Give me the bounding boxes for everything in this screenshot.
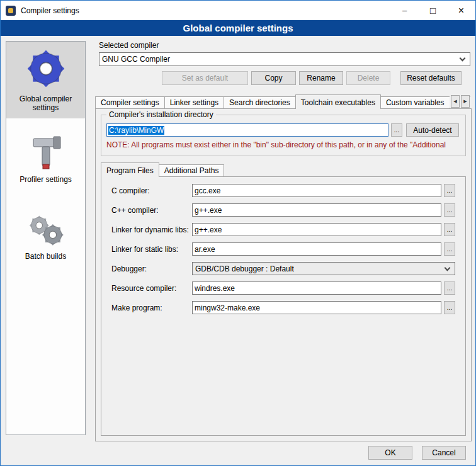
sidebar-item-label: Batch builds <box>6 251 85 262</box>
c-compiler-browse-button[interactable]: ... <box>444 184 455 197</box>
debugger-row: Debugger: GDB/CDB debugger : Default <box>111 262 455 275</box>
make-program-row: Make program: ... <box>111 301 455 314</box>
auto-detect-button[interactable]: Auto-detect <box>406 123 459 137</box>
make-program-label: Make program: <box>111 304 192 312</box>
installation-directory-input[interactable]: C:\raylib\MinGW <box>106 123 388 137</box>
make-program-input[interactable] <box>192 301 441 314</box>
installation-directory-browse-button[interactable]: ... <box>391 123 402 137</box>
cpp-compiler-label: C++ compiler: <box>111 206 192 215</box>
delete-button[interactable]: Delete <box>346 71 390 85</box>
cancel-button[interactable]: Cancel <box>422 446 466 460</box>
make-program-browse-button[interactable]: ... <box>444 301 455 314</box>
sidebar-item-label: Profiler settings <box>6 174 85 185</box>
compiler-settings-dialog: Compiler settings – □ × Global compiler … <box>0 0 476 466</box>
set-as-default-button[interactable]: Set as default <box>162 71 248 85</box>
maximize-button[interactable]: □ <box>419 1 447 20</box>
c-compiler-input[interactable] <box>192 184 441 197</box>
sidebar-item-batch-builds[interactable]: Batch builds <box>6 185 85 262</box>
resource-compiler-browse-button[interactable]: ... <box>444 281 455 295</box>
tab-scroll-left-button[interactable]: ◀ <box>451 95 460 108</box>
linker-static-label: Linker for static libs: <box>111 245 192 254</box>
sidebar-item-global-compiler-settings[interactable]: Global compiler settings <box>6 42 85 118</box>
titlebar: Compiler settings – □ × <box>1 1 475 20</box>
tab-compiler-settings[interactable]: Compiler settings <box>95 96 165 109</box>
resource-compiler-row: Resource compiler: ... <box>111 281 455 295</box>
toolchain-executables-panel: Compiler's installation directory C:\ray… <box>95 108 472 441</box>
linker-dynamic-input[interactable] <box>192 223 441 236</box>
settings-category-list: Global compiler settings Profiler settin… <box>6 41 86 435</box>
arrow-right-icon: ▶ <box>463 99 467 104</box>
debugger-dropdown[interactable]: GDB/CDB debugger : Default <box>192 262 455 275</box>
selected-compiler-value: GNU GCC Compiler <box>102 55 458 64</box>
debugger-value: GDB/CDB debugger : Default <box>195 264 443 273</box>
cpp-compiler-row: C++ compiler: ... <box>111 203 455 217</box>
gray-gears-icon <box>25 212 67 251</box>
subtab-program-files[interactable]: Program Files <box>101 162 159 177</box>
reset-defaults-button[interactable]: Reset defaults <box>400 71 462 85</box>
close-icon: × <box>458 5 464 16</box>
profiler-tool-icon <box>26 134 66 174</box>
selected-compiler-dropdown[interactable]: GNU GCC Compiler <box>99 52 470 66</box>
linker-dynamic-row: Linker for dynamic libs: ... <box>111 223 455 236</box>
compiler-action-buttons: Set as default Copy Rename Delete Reset … <box>162 71 462 85</box>
sidebar-item-label: Global compiler settings <box>6 93 85 113</box>
cpp-compiler-input[interactable] <box>192 203 441 217</box>
subtab-additional-paths[interactable]: Additional Paths <box>159 164 225 177</box>
linker-dynamic-label: Linker for dynamic libs: <box>111 225 192 234</box>
c-compiler-row: C compiler: ... <box>111 184 455 197</box>
linker-static-input[interactable] <box>192 242 441 256</box>
installation-directory-group: Compiler's installation directory C:\ray… <box>101 115 466 156</box>
program-files-panel: C compiler: ... C++ compiler: ... Linker… <box>101 176 466 436</box>
linker-static-row: Linker for static libs: ... <box>111 242 455 256</box>
linker-static-browse-button[interactable]: ... <box>444 242 455 256</box>
tab-linker-settings[interactable]: Linker settings <box>164 96 224 109</box>
bin-subdirectory-note: NOTE: All programs must exist either in … <box>106 140 465 149</box>
installation-directory-group-title: Compiler's installation directory <box>106 110 216 119</box>
tab-custom-variables[interactable]: Custom variables <box>380 96 450 109</box>
program-files-tabstrip: Program Files Additional Paths <box>101 163 224 177</box>
debugger-label: Debugger: <box>111 264 192 273</box>
blue-gear-icon <box>21 44 71 93</box>
installation-directory-value: C:\raylib\MinGW <box>108 126 164 135</box>
tab-search-directories[interactable]: Search directories <box>224 96 296 109</box>
ok-button[interactable]: OK <box>368 446 412 460</box>
chevron-down-icon <box>445 264 451 271</box>
maximize-icon: □ <box>430 5 436 16</box>
rename-button[interactable]: Rename <box>299 71 343 85</box>
copy-button[interactable]: Copy <box>251 71 296 85</box>
arrow-left-icon: ◀ <box>453 99 456 104</box>
minimize-icon: – <box>402 6 407 15</box>
selected-compiler-label: Selected compiler <box>99 41 159 50</box>
window-title: Compiler settings <box>21 6 79 15</box>
app-icon <box>6 6 16 16</box>
sidebar-item-profiler-settings[interactable]: Profiler settings <box>6 118 85 185</box>
dialog-header: Global compiler settings <box>1 20 475 36</box>
minimize-button[interactable]: – <box>390 1 419 20</box>
tab-scroll-controls: ◀ ▶ <box>450 95 470 108</box>
chevron-down-icon <box>460 55 466 62</box>
tab-scroll-right-button[interactable]: ▶ <box>461 95 470 108</box>
resource-compiler-input[interactable] <box>192 281 441 295</box>
c-compiler-label: C compiler: <box>111 186 192 195</box>
settings-tabstrip: Compiler settings Linker settings Search… <box>95 94 470 109</box>
cpp-compiler-browse-button[interactable]: ... <box>444 203 455 217</box>
close-button[interactable]: × <box>447 1 475 20</box>
tab-toolchain-executables[interactable]: Toolchain executables <box>295 94 381 109</box>
linker-dynamic-browse-button[interactable]: ... <box>444 223 455 236</box>
resource-compiler-label: Resource compiler: <box>111 284 192 293</box>
